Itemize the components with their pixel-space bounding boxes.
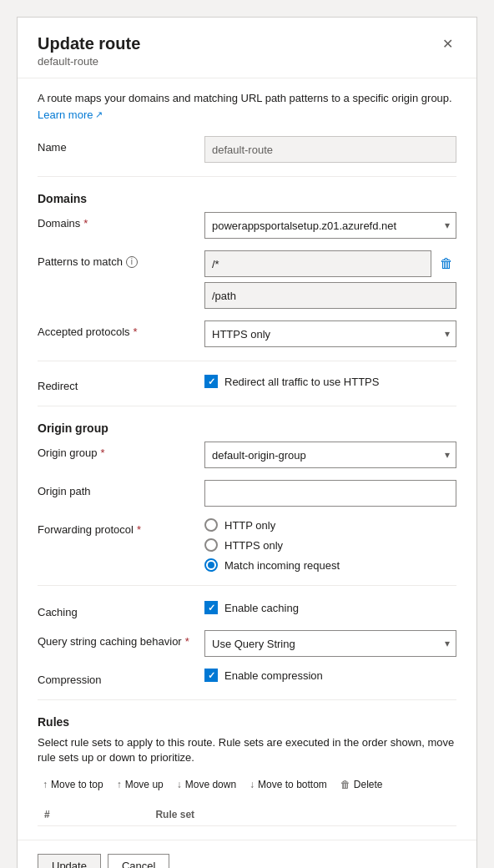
redirect-checkbox[interactable]: ✓ [204, 375, 218, 388]
protocols-label: Accepted protocols * [38, 320, 204, 338]
update-route-panel: Update route default-route ✕ A route map… [17, 17, 477, 868]
query-string-row: Query string caching behavior * Use Quer… [38, 630, 456, 657]
move-down-button[interactable]: ↓ Move down [172, 775, 241, 794]
rules-section-label: Rules [38, 715, 456, 729]
forwarding-control: HTTP only HTTPS only Match incoming requ… [204, 518, 456, 572]
query-string-label: Query string caching behavior * [38, 630, 204, 648]
rules-description: Select rule sets to apply to this route.… [38, 735, 456, 765]
delete-rule-icon: 🗑 [340, 779, 350, 790]
caching-checkbox-label: Enable caching [224, 602, 299, 614]
domains-label: Domains * [38, 212, 204, 230]
check-icon: ✓ [208, 376, 215, 387]
caching-checkbox-row: ✓ Enable caching [204, 601, 456, 614]
caching-control: ✓ Enable caching [204, 601, 456, 614]
close-button[interactable]: ✕ [439, 34, 456, 54]
forwarding-https-radio[interactable] [204, 538, 218, 552]
patterns-control: 🗑 [204, 250, 456, 309]
origin-path-label: Origin path [38, 480, 204, 497]
caching-section: Caching ✓ Enable caching Query string ca… [38, 601, 456, 686]
redirect-control: ✓ Redirect all traffic to use HTTPS [204, 375, 456, 388]
origin-path-row: Origin path [38, 480, 456, 507]
patterns-label: Patterns to match i [38, 250, 204, 268]
protocols-select-wrap: HTTP onlyHTTPS onlyHTTP and HTTPS ▾ [204, 320, 456, 347]
radio-inner-icon [208, 562, 214, 568]
domains-select[interactable]: powerappsportalsetup.z01.azurefd.net [204, 212, 456, 239]
origin-section: Origin group Origin group * default-orig… [38, 421, 456, 572]
query-string-select[interactable]: Use Query StringIgnore Query StringUse S… [204, 630, 456, 657]
origin-group-label: Origin group * [38, 442, 204, 459]
panel-title: Update route [38, 34, 140, 53]
pattern-item-2 [204, 282, 456, 309]
forwarding-label: Forwarding protocol * [38, 518, 204, 536]
origin-group-control: default-origin-group ▾ [204, 442, 456, 468]
name-label: Name [38, 136, 204, 154]
name-control [204, 136, 456, 163]
forwarding-http-radio[interactable] [204, 518, 218, 532]
protocols-row: Accepted protocols * HTTP onlyHTTPS only… [38, 320, 456, 347]
panel-footer: Update Cancel [18, 840, 476, 868]
rules-toolbar: ↑ Move to top ↑ Move up ↓ Move down ↓ Mo… [38, 775, 456, 794]
description-text: A route maps your domains and matching U… [38, 92, 456, 104]
domains-section: Domains Domains * powerappsportalsetup.z… [38, 192, 456, 347]
domains-required: * [83, 217, 88, 230]
pattern-input-2[interactable] [204, 282, 456, 309]
compression-checkbox[interactable]: ✓ [204, 669, 218, 682]
update-button[interactable]: Update [38, 854, 101, 868]
forwarding-radio-group: HTTP only HTTPS only Match incoming requ… [204, 518, 456, 572]
move-to-top-button[interactable]: ↑ Move to top [38, 775, 108, 794]
origin-group-required: * [101, 447, 105, 459]
forwarding-row: Forwarding protocol * HTTP only HTTPS on… [38, 518, 456, 572]
query-string-select-wrap: Use Query StringIgnore Query StringUse S… [204, 630, 456, 657]
redirect-label: Redirect [38, 375, 204, 392]
rules-col-name: Rule set [149, 804, 456, 826]
redirect-checkbox-row: ✓ Redirect all traffic to use HTTPS [204, 375, 456, 388]
forwarding-http-label: HTTP only [224, 519, 275, 532]
redirect-checkbox-label: Redirect all traffic to use HTTPS [224, 376, 379, 388]
origin-path-control [204, 480, 456, 507]
forwarding-required: * [137, 523, 141, 536]
domains-row: Domains * powerappsportalsetup.z01.azure… [38, 212, 456, 239]
forwarding-http-row: HTTP only [204, 518, 456, 532]
delete-rule-button[interactable]: 🗑 Delete [335, 775, 388, 794]
origin-group-row: Origin group * default-origin-group ▾ [38, 442, 456, 468]
caching-checkbox[interactable]: ✓ [204, 601, 218, 614]
name-input [204, 136, 456, 163]
origin-group-select[interactable]: default-origin-group [204, 442, 456, 468]
compression-checkbox-row: ✓ Enable compression [204, 669, 456, 682]
learn-more-link[interactable]: Learn more ↗ [38, 108, 103, 121]
move-down-icon: ↓ [177, 779, 182, 790]
compression-checkbox-label: Enable compression [224, 669, 323, 682]
protocols-required: * [134, 326, 138, 338]
panel-subtitle: default-route [38, 55, 140, 68]
move-up-icon: ↑ [117, 779, 122, 790]
rules-section: Rules Select rule sets to apply to this … [38, 715, 456, 826]
protocols-control: HTTP onlyHTTPS onlyHTTP and HTTPS ▾ [204, 320, 456, 347]
header-text: Update route default-route [38, 34, 140, 68]
compression-control: ✓ Enable compression [204, 669, 456, 682]
pattern-item-1: 🗑 [204, 250, 456, 277]
forwarding-match-row: Match incoming request [204, 558, 456, 572]
protocols-select[interactable]: HTTP onlyHTTPS onlyHTTP and HTTPS [204, 320, 456, 347]
forwarding-match-radio[interactable] [204, 558, 218, 572]
origin-section-label: Origin group [38, 421, 456, 435]
panel-header: Update route default-route ✕ [18, 18, 476, 78]
compression-check-icon: ✓ [208, 670, 215, 681]
rules-table-head: # Rule set [38, 804, 456, 826]
pattern-input-1[interactable] [204, 250, 431, 277]
forwarding-match-label: Match incoming request [224, 559, 340, 572]
forwarding-https-row: HTTPS only [204, 538, 456, 552]
rules-table: # Rule set [38, 804, 456, 826]
query-string-required: * [185, 635, 189, 648]
name-row: Name [38, 136, 456, 163]
move-to-top-icon: ↑ [43, 779, 48, 790]
compression-row: Compression ✓ Enable compression [38, 669, 456, 686]
cancel-button[interactable]: Cancel [108, 854, 169, 868]
rules-col-num: # [38, 804, 149, 826]
origin-path-input[interactable] [204, 480, 456, 507]
move-up-button[interactable]: ↑ Move up [112, 775, 169, 794]
origin-group-select-wrap: default-origin-group ▾ [204, 442, 456, 468]
redirect-row: Redirect ✓ Redirect all traffic to use H… [38, 375, 456, 392]
delete-pattern-1-button[interactable]: 🗑 [436, 253, 456, 275]
patterns-info-icon: i [126, 256, 138, 268]
move-to-bottom-button[interactable]: ↓ Move to bottom [244, 775, 332, 794]
